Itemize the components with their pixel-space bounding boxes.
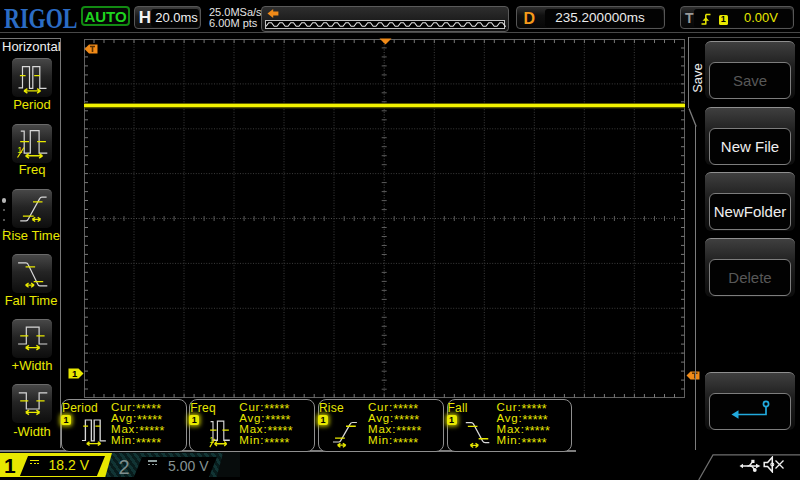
svg-text:1: 1	[72, 368, 78, 379]
